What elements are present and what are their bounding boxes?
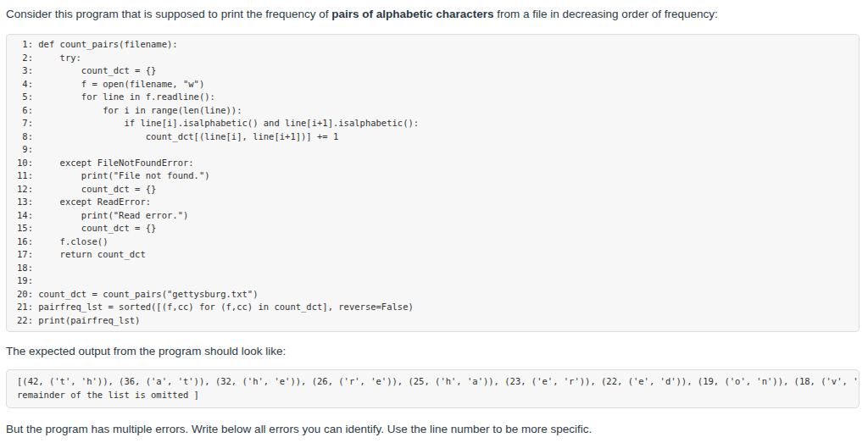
question-intro-after: from a file in decreasing order of frequ…	[494, 8, 718, 20]
expected-output-block: [(42, ('t', 'h')), (36, ('a', 't')), (32…	[6, 369, 860, 408]
quiz-question-page: Consider this program that is supposed t…	[0, 0, 868, 443]
program-code-block: 1: def count_pairs(filename): 2: try: 3:…	[6, 34, 860, 332]
question-prompt: But the program has multiple errors. Wri…	[6, 422, 860, 437]
question-intro-bold: pairs of alphabetic characters	[331, 8, 493, 20]
expected-output-label: The expected output from the program sho…	[6, 344, 860, 359]
question-intro: Consider this program that is supposed t…	[6, 7, 860, 22]
question-intro-before: Consider this program that is supposed t…	[6, 8, 331, 20]
